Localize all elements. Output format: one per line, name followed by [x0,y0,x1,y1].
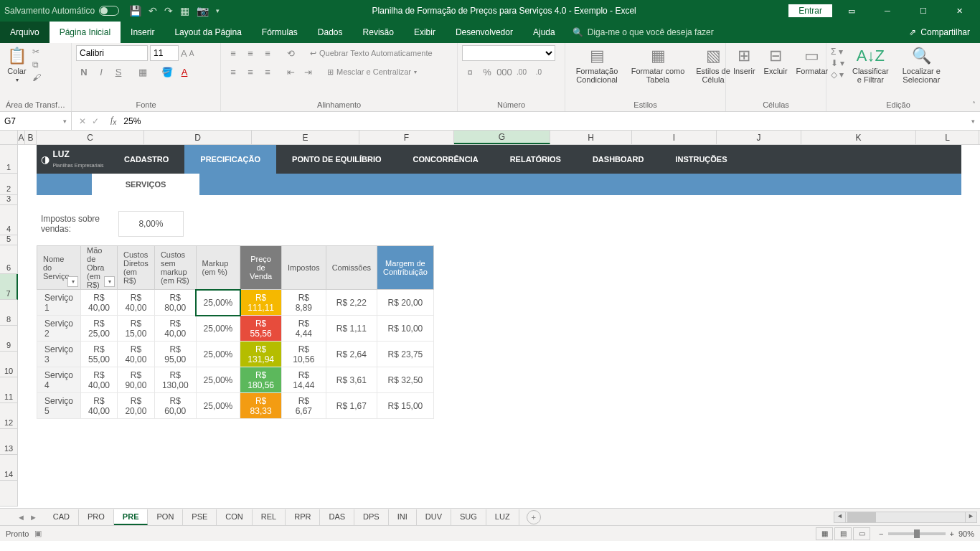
paste-button[interactable]: 📋 Colar ▾ [4,45,29,85]
sheet-nav-prev-icon[interactable]: ◄ [17,513,25,522]
insert-cells-button[interactable]: ⊞Inserir [730,45,758,77]
fill-icon[interactable]: ⬇ ▾ [831,58,844,68]
maximize-icon[interactable]: ☐ [907,0,940,22]
tab-data[interactable]: Dados [308,22,353,43]
wrap-text-button[interactable]: ↩ Quebrar Texto Automaticamente [310,49,433,58]
cancel-formula-icon[interactable]: ✕ [79,116,86,126]
row-header-8[interactable]: 8 [0,300,18,326]
row-header-6[interactable]: 6 [0,245,18,274]
tab-home[interactable]: Página Inicial [50,22,121,43]
enter-formula-icon[interactable]: ✓ [92,116,99,126]
cell-custos[interactable]: R$ 40,00 [118,290,155,316]
cell-sem[interactable]: R$ 40,00 [154,316,196,342]
tax-value-cell[interactable]: 8,00% [118,211,184,237]
increase-font-icon[interactable]: A [181,48,187,59]
sheet-tab[interactable]: PRE [114,509,149,525]
row-header-15[interactable] [0,481,18,507]
col-header-c[interactable]: C [37,131,144,144]
chart-icon[interactable]: ▦ [180,5,189,17]
th-impostos[interactable]: Impostos [281,246,326,290]
tab-help[interactable]: Ajuda [523,22,565,43]
cell-margem[interactable]: R$ 23,75 [377,342,434,367]
cell-impostos[interactable]: R$ 10,56 [281,342,326,367]
tab-view[interactable]: Exibir [404,22,446,43]
copy-icon[interactable]: ⧉ [32,60,41,70]
format-cells-button[interactable]: ▭Formatar [793,45,831,77]
number-format-select[interactable] [462,45,555,61]
tab-layout[interactable]: Layout da Página [164,22,251,43]
fill-color-icon[interactable]: 🪣 [159,64,175,80]
zoom-level[interactable]: 90% [958,529,974,538]
select-all-corner[interactable] [0,131,18,144]
cell-mao[interactable]: R$ 25,00 [81,316,118,342]
cell-margem[interactable]: R$ 32,50 [377,367,434,393]
th-comissoes[interactable]: Comissões [326,246,377,290]
decrease-decimal-icon[interactable]: .0 [531,64,547,80]
align-top-icon[interactable]: ≡ [225,45,241,61]
format-painter-icon[interactable]: 🖌 [32,72,41,83]
sort-filter-button[interactable]: A↓ZClassificar e Filtrar [847,45,893,85]
cell-comissoes[interactable]: R$ 1,11 [326,316,377,342]
th-margem[interactable]: Margem de Contribuição [377,246,434,290]
cell-custos[interactable]: R$ 90,00 [118,367,155,393]
cell-markup[interactable]: 25,00% [196,342,240,367]
close-icon[interactable]: ✕ [943,0,976,22]
sheet-nav-next-icon[interactable]: ► [29,513,37,522]
th-markup[interactable]: Markup (em %) [196,246,240,290]
cut-icon[interactable]: ✂ [32,47,41,57]
row-header-4[interactable]: 4 [0,205,18,235]
cell-sem[interactable]: R$ 80,00 [154,290,196,316]
zoom-out-icon[interactable]: − [879,529,883,538]
row-header-5[interactable]: 5 [0,235,18,245]
minimize-icon[interactable]: ─ [871,0,904,22]
sheet-tab[interactable]: INI [389,509,417,525]
cell-custos[interactable]: R$ 15,00 [118,316,155,342]
tab-file[interactable]: Arquivo [0,22,50,43]
align-left-icon[interactable]: ≡ [225,64,241,80]
sheet-tab[interactable]: LUZ [486,509,519,525]
clear-icon[interactable]: ◇ ▾ [831,70,844,80]
nav-ponto[interactable]: PONTO DE EQUILÍBRIO [276,145,397,174]
cell-markup[interactable]: 25,00% [196,393,240,419]
col-header-f[interactable]: F [359,131,454,144]
cell-custos[interactable]: R$ 40,00 [118,342,155,367]
bold-icon[interactable]: N [76,64,92,80]
cell-mao[interactable]: R$ 40,00 [81,290,118,316]
cell-comissoes[interactable]: R$ 3,61 [326,367,377,393]
percent-icon[interactable]: % [479,64,495,80]
cell-impostos[interactable]: R$ 14,44 [281,367,326,393]
ribbon-display-icon[interactable]: ▭ [835,0,868,22]
cell-sem[interactable]: R$ 130,00 [154,367,196,393]
zoom-slider[interactable] [888,532,946,535]
redo-icon[interactable]: ↷ [164,5,173,17]
font-size-input[interactable] [150,45,179,61]
autosum-icon[interactable]: Σ ▾ [831,47,844,57]
nav-relatorios[interactable]: RELATÓRIOS [494,145,577,174]
sheet-tab[interactable]: DUV [417,509,451,525]
conditional-format-button[interactable]: ▤Formatação Condicional [570,45,624,85]
col-header-l[interactable]: L [916,131,979,144]
increase-decimal-icon[interactable]: .00 [514,64,529,80]
formula-input[interactable] [121,116,966,126]
tab-insert[interactable]: Inserir [121,22,164,43]
find-select-button[interactable]: 🔍Localizar e Selecionar [896,45,946,85]
align-right-icon[interactable]: ≡ [260,64,275,80]
decrease-indent-icon[interactable]: ⇤ [283,64,298,80]
fx-icon[interactable]: fx [106,115,121,126]
cell-comissoes[interactable]: R$ 2,22 [326,290,377,316]
align-bottom-icon[interactable]: ≡ [260,45,275,61]
align-center-icon[interactable]: ≡ [242,64,258,80]
nav-dashboard[interactable]: DASHBOARD [577,145,660,174]
cell-preco[interactable]: R$ 55,56 [240,316,282,342]
orientation-icon[interactable]: ⟲ [283,45,298,61]
col-header-d[interactable]: D [144,131,252,144]
format-as-table-button[interactable]: ▦Formatar como Tabela [627,45,689,85]
currency-icon[interactable]: ¤ [462,64,478,80]
cell-comissoes[interactable]: R$ 1,67 [326,393,377,419]
zoom-in-icon[interactable]: + [950,529,954,538]
cell-name[interactable]: Serviço 3 [37,342,81,367]
page-layout-icon[interactable]: ▤ [834,527,852,540]
row-header-3[interactable]: 3 [0,195,18,205]
col-header-i[interactable]: I [632,131,717,144]
font-color-icon[interactable]: A [176,64,192,80]
